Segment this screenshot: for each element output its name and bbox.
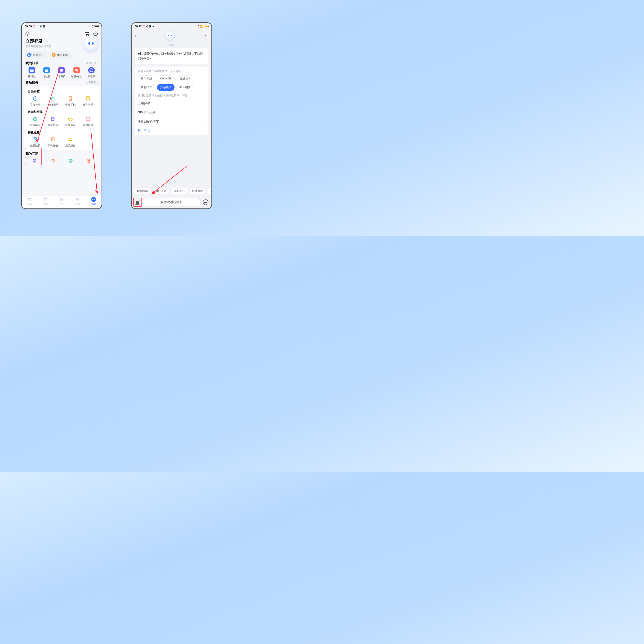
- cart-icon[interactable]: [85, 31, 90, 36]
- topic-chip[interactable]: 帐号相关: [176, 84, 194, 91]
- service-more[interactable]: 全部服务 ›: [86, 81, 98, 84]
- nav-community[interactable]: 社区: [54, 196, 70, 208]
- suggestion-chip[interactable]: 领券中心: [171, 188, 187, 194]
- svc-free-film[interactable]: 免费贴膜: [26, 136, 44, 147]
- back-button[interactable]: ‹: [135, 33, 137, 39]
- suggestion-chip[interactable]: 购机指南: [152, 188, 169, 194]
- pill-label: 会员中心: [32, 53, 44, 57]
- svc-recharge[interactable]: ¥手机充值: [44, 136, 62, 147]
- svg-rect-37: [44, 199, 47, 201]
- order-pending-pay[interactable]: 待付款: [24, 67, 39, 78]
- svc-phone-check[interactable]: 手机检测: [26, 95, 44, 107]
- hold-to-talk[interactable]: 按住说话转文字: [142, 198, 201, 207]
- svg-point-12: [61, 70, 62, 71]
- svc-faq[interactable]: ?常见问题: [79, 95, 97, 107]
- question-row[interactable]: 手机或配件坏了›: [138, 117, 205, 126]
- question-row[interactable]: 充电异常›: [138, 99, 205, 108]
- svg-point-1: [27, 33, 28, 34]
- svc-group3-title: 特色服务: [26, 130, 97, 136]
- order-pending-review[interactable]: 待评价: [54, 67, 69, 78]
- order-recycle[interactable]: 回收单: [84, 67, 99, 78]
- interact-3[interactable]: [62, 158, 80, 165]
- vib-icon: ▦: [149, 25, 151, 28]
- topic-chip[interactable]: 热门问题: [138, 75, 155, 82]
- diamond-icon: [26, 52, 32, 58]
- svc-apply-after[interactable]: 申请售后: [44, 116, 62, 127]
- chat-timestamp: 09:11: [132, 42, 211, 48]
- pill-label: 积分商城: [57, 53, 68, 57]
- status-bar: 09:09 ⏰ ❔ ◐ ▦ ▯: [22, 23, 102, 29]
- order-refund[interactable]: 退货/退款: [69, 67, 84, 78]
- suggestion-chip[interactable]: 商城活动: [134, 188, 150, 194]
- chevron-right-icon: ›: [44, 54, 45, 56]
- suggestion-chip[interactable]: 机型对比: [189, 188, 206, 194]
- nav-featured[interactable]: 精选: [22, 196, 38, 208]
- svg-point-13: [62, 70, 62, 71]
- svg-point-34: [69, 159, 72, 162]
- svg-rect-11: [60, 69, 63, 72]
- svg-marker-0: [26, 32, 29, 36]
- order-pending-receive[interactable]: 待收货: [39, 67, 54, 78]
- svg-rect-31: [33, 159, 36, 162]
- points-mall-pill[interactable]: 积分商城 ›: [50, 51, 72, 59]
- svc-group2-title: 咨询与维修: [26, 109, 97, 116]
- topic-chip[interactable]: OriginOS: [157, 75, 175, 82]
- svg-point-3: [88, 35, 89, 36]
- svg-rect-10: [45, 69, 48, 70]
- chat-header: ‹ ···: [132, 29, 211, 42]
- status-time: 09:09: [25, 25, 32, 28]
- svg-rect-8: [30, 69, 33, 70]
- interact-2[interactable]: [44, 158, 62, 165]
- login-title: 立即登录: [26, 38, 43, 44]
- alarm-icon: ⏰: [142, 25, 146, 28]
- svg-rect-32: [34, 160, 35, 162]
- nav-member[interactable]: 会员: [70, 196, 85, 208]
- nav-mine[interactable]: 我的: [86, 196, 102, 208]
- plus-icon[interactable]: [203, 199, 208, 205]
- svg-point-4: [94, 32, 97, 36]
- svg-point-33: [50, 159, 55, 163]
- svc-repair-price[interactable]: ¥维修价格: [79, 116, 97, 127]
- service-title: 售后服务: [26, 81, 38, 85]
- settings-hex-icon[interactable]: [25, 31, 30, 36]
- nav-shop[interactable]: 选购: [38, 196, 53, 208]
- status-bar: 09:12 ⏰ ◐ ▦ ☁ ▯ 📶: [132, 23, 211, 29]
- battery-icon: [204, 25, 208, 27]
- bot-avatar: [166, 32, 174, 40]
- topic-card: 看看全能的小V都能解决什么问题吧~ 热门问题OriginOS商城相关功能操作产品…: [135, 67, 208, 135]
- keyboard-icon[interactable]: [135, 200, 140, 205]
- topic-chip[interactable]: 产品故障: [157, 84, 175, 91]
- svg-point-36: [71, 160, 71, 161]
- interact-1[interactable]: [26, 158, 44, 165]
- svg-rect-14: [52, 98, 54, 100]
- svc-free-data[interactable]: 免流服务: [62, 136, 79, 147]
- topic-chip[interactable]: 功能操作: [138, 84, 155, 91]
- svc-online-support[interactable]: 在线客服: [26, 116, 44, 127]
- suggestion-chip[interactable]: 以: [208, 188, 211, 194]
- star-icon: [52, 53, 56, 57]
- input-bar: 按住说话转文字: [132, 196, 211, 208]
- question-row[interactable]: SIM卡不识别›: [138, 108, 205, 117]
- topic-chip[interactable]: 商城相关: [176, 75, 194, 82]
- top-toolbar: [22, 29, 102, 37]
- interact-4[interactable]: [80, 158, 98, 165]
- orders-more[interactable]: 全部订单 ›: [86, 61, 98, 65]
- svg-text:¥: ¥: [52, 138, 53, 140]
- topic-hint: 看看全能的小V都能解决什么问题吧~: [138, 70, 205, 73]
- bottom-nav: 精选 选购 社区 会员 我的: [22, 196, 102, 208]
- more-dots-icon[interactable]: ···: [204, 34, 208, 38]
- svg-point-35: [70, 160, 70, 161]
- svg-text:?: ?: [87, 97, 89, 100]
- svc-service-point[interactable]: 服务网点: [62, 116, 79, 127]
- message-icon[interactable]: [93, 31, 98, 36]
- member-center-pill[interactable]: 会员中心 ›: [25, 51, 47, 59]
- swap-batch[interactable]: 换一批: [138, 126, 205, 133]
- svg-marker-45: [95, 190, 99, 194]
- avatar-robot[interactable]: [84, 37, 98, 51]
- status-time: 09:12: [135, 25, 142, 28]
- dnd-icon: ◐: [146, 25, 148, 28]
- wifi-icon: 📶: [200, 25, 203, 28]
- svc-clean[interactable]: 空间清理: [44, 95, 62, 107]
- svc-find-phone[interactable]: 查找手机: [62, 95, 79, 107]
- vib-icon: ▦: [43, 25, 45, 28]
